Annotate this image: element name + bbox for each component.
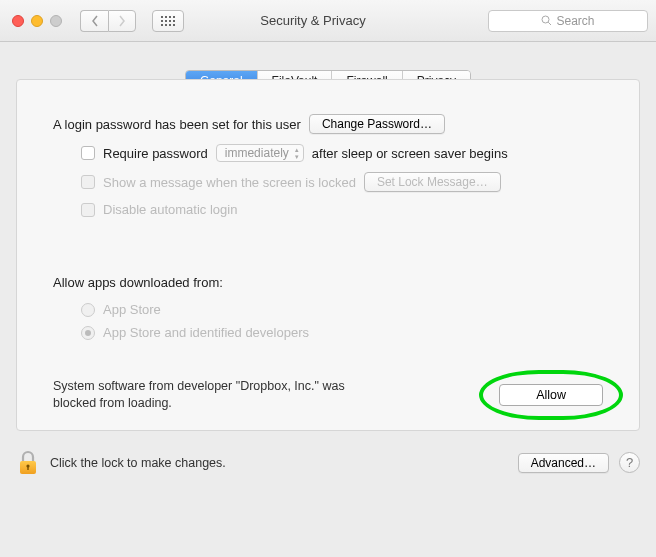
radio-app-store	[81, 303, 95, 317]
disable-auto-login-checkbox	[81, 203, 95, 217]
disable-auto-login-label: Disable automatic login	[103, 202, 237, 217]
search-placeholder: Search	[556, 14, 594, 28]
forward-button[interactable]	[108, 10, 136, 32]
window-title: Security & Privacy	[146, 13, 480, 28]
downloads-title: Allow apps downloaded from:	[53, 275, 223, 290]
require-password-label: Require password	[103, 146, 208, 161]
svg-point-12	[542, 16, 549, 23]
radio-identified-developers	[81, 326, 95, 340]
lock-button[interactable]	[16, 449, 40, 477]
chevron-right-icon	[118, 15, 126, 27]
help-icon: ?	[626, 455, 633, 470]
radio-identified-developers-label: App Store and identified developers	[103, 325, 309, 340]
require-password-delay-select[interactable]: immediately ▴▾	[216, 144, 304, 162]
login-password-label: A login password has been set for this u…	[53, 117, 301, 132]
settings-panel: A login password has been set for this u…	[16, 79, 640, 431]
search-icon	[541, 15, 552, 26]
blocked-software-row: System software from developer "Dropbox,…	[17, 350, 639, 412]
lock-icon	[16, 449, 40, 477]
set-lock-message-button: Set Lock Message…	[364, 172, 501, 192]
require-password-tail: after sleep or screen saver begins	[312, 146, 508, 161]
footer: Click the lock to make changes. Advanced…	[0, 439, 656, 485]
svg-line-13	[549, 22, 552, 25]
nav-buttons	[80, 10, 136, 32]
svg-rect-16	[27, 466, 28, 470]
blocked-message: System software from developer "Dropbox,…	[53, 378, 383, 412]
show-message-label: Show a message when the screen is locked	[103, 175, 356, 190]
zoom-window-button	[50, 15, 62, 27]
titlebar: Security & Privacy Search	[0, 0, 656, 42]
close-window-button[interactable]	[12, 15, 24, 27]
chevron-left-icon	[91, 15, 99, 27]
minimize-window-button[interactable]	[31, 15, 43, 27]
content-area: General FileVault Firewall Privacy A log…	[0, 42, 656, 439]
allow-button[interactable]: Allow	[499, 384, 603, 406]
advanced-button[interactable]: Advanced…	[518, 453, 609, 473]
back-button[interactable]	[80, 10, 108, 32]
window-controls	[8, 15, 66, 27]
require-password-checkbox[interactable]	[81, 146, 95, 160]
help-button[interactable]: ?	[619, 452, 640, 473]
show-message-checkbox	[81, 175, 95, 189]
lock-message: Click the lock to make changes.	[50, 456, 508, 470]
radio-app-store-label: App Store	[103, 302, 161, 317]
downloads-section: Allow apps downloaded from: App Store Ap…	[17, 227, 639, 340]
stepper-icon: ▴▾	[295, 146, 299, 160]
search-input[interactable]: Search	[488, 10, 648, 32]
login-section: A login password has been set for this u…	[17, 80, 639, 217]
change-password-button[interactable]: Change Password…	[309, 114, 445, 134]
